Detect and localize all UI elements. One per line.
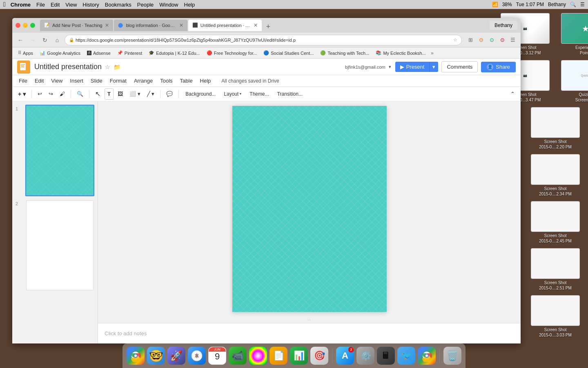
tab-close-button[interactable]: ✕	[254, 22, 258, 28]
tab-add-new-post[interactable]: 📝 Add New Post · Teaching ✕	[40, 20, 113, 31]
zoom-button[interactable]: 🔍	[74, 88, 86, 100]
chrome-menu[interactable]: ☰	[508, 36, 517, 45]
text-tool[interactable]: T	[105, 88, 114, 100]
main-slide[interactable]	[232, 106, 387, 312]
menu-icon[interactable]: ☰	[580, 2, 585, 7]
transition-button[interactable]: Transition...	[274, 88, 306, 100]
tab-close-button[interactable]: ✕	[179, 22, 183, 28]
paint-format-button[interactable]: 🖌	[57, 88, 67, 100]
email-dropdown[interactable]: ▾	[389, 64, 391, 70]
bookmark-free-tech[interactable]: 🔴 Free Technology for...	[204, 49, 260, 56]
back-button[interactable]: ←	[16, 35, 25, 45]
menu-view[interactable]: View	[48, 77, 66, 85]
desktop-icon[interactable]: ★ ExperiencePoints	[557, 13, 588, 56]
dock-item-numbers[interactable]: 📊	[290, 347, 308, 365]
present-main[interactable]: ▶ Present	[395, 62, 430, 72]
address-bar[interactable]: 🔒 https://docs.google.com/presentation/d…	[65, 35, 462, 45]
search-icon[interactable]: 🔍	[570, 2, 576, 7]
collapse-button[interactable]: ⌃	[508, 88, 517, 100]
bookmark-apps[interactable]: ⠿ Apps	[16, 49, 36, 56]
bookmarks-more[interactable]: »	[431, 50, 434, 56]
dock-item-appstore[interactable]: A 2	[336, 347, 354, 365]
bookmark-analytics[interactable]: 📊 Google Analytics	[37, 49, 83, 56]
desktop-icon[interactable]: Screen Shot2015-0....3.03 PM	[527, 295, 584, 338]
desktop-icon[interactable]: Screen Shot2015-0....2.20 PM	[527, 107, 584, 150]
dock-item-chrome2[interactable]	[418, 347, 436, 365]
dock-item-finder[interactable]: 🤓	[147, 347, 165, 365]
bookmark-social-studies[interactable]: 🔵 Social Studies Cent...	[261, 49, 316, 56]
star-icon[interactable]: ☆	[105, 64, 110, 70]
dock-item-twitter[interactable]: 🐦	[397, 347, 415, 365]
menu-edit[interactable]: Edit	[51, 2, 60, 8]
desktop-icon[interactable]: Screen Shot2015-0....2.51 PM	[527, 248, 584, 291]
menu-history[interactable]: History	[82, 2, 99, 8]
bookmark-edutopia[interactable]: 🎓 Edutopia | K-12 Edu...	[146, 49, 202, 56]
reload-button[interactable]: ↻	[40, 35, 50, 45]
menu-people[interactable]: People	[137, 2, 154, 8]
slide-thumb-container-2[interactable]	[25, 200, 94, 291]
bookmark-star[interactable]: ☆	[453, 37, 457, 43]
dock-item-facetime[interactable]: 📹	[229, 347, 247, 365]
comment-tool[interactable]: 💬	[164, 88, 175, 100]
tab-untitled-presentation[interactable]: ⬛ Untitled presentation · Go... ✕	[188, 20, 262, 31]
fullscreen-button[interactable]	[30, 23, 35, 28]
desktop-icon[interactable]: Screen Shot2015-0....2.45 PM	[527, 201, 584, 244]
desktop-icon[interactable]: Screen Shot2015-0....2.34 PM	[527, 154, 584, 197]
notes-area[interactable]: Click to add notes	[98, 323, 521, 343]
undo-button[interactable]: ↩	[35, 88, 45, 100]
menu-arrange[interactable]: Arrange	[131, 77, 156, 85]
minimize-button[interactable]	[23, 23, 28, 28]
user-profile-button[interactable]: Bethany	[490, 21, 517, 30]
dock-item-calendar[interactable]: JUN 9	[208, 347, 226, 365]
desktop-icon[interactable]: Quizizz QuizizzScreenshot	[557, 60, 588, 103]
menu-edit[interactable]: Edit	[31, 77, 47, 85]
menu-view[interactable]: View	[65, 2, 77, 8]
apple-menu[interactable]: 	[3, 1, 6, 8]
dock-item-rocket[interactable]: 🚀	[167, 347, 185, 365]
menu-help[interactable]: Help	[184, 2, 195, 8]
shape-tool[interactable]: ⬜ ▾	[127, 88, 143, 100]
select-tool[interactable]: ↖	[93, 88, 103, 100]
new-tab-button[interactable]: +	[263, 22, 274, 31]
bookmark-pinterest[interactable]: 📌 Pinterest	[115, 49, 145, 56]
add-slide-button[interactable]: + ▾	[16, 88, 28, 100]
image-tool[interactable]: 🖼	[115, 88, 125, 100]
dock-item-settings[interactable]: ⚙️	[356, 347, 374, 365]
slide-thumb-item-2[interactable]: 2	[16, 200, 94, 291]
slide-thumb-container-1[interactable]	[25, 105, 94, 196]
present-button[interactable]: ▶ Present ▾	[395, 62, 439, 72]
menu-insert[interactable]: Insert	[67, 77, 87, 85]
dock-item-photos[interactable]	[249, 347, 267, 365]
bookmark-eclectic[interactable]: 📚 My Eclectic Booksh...	[373, 49, 428, 56]
menu-tools[interactable]: Tools	[157, 77, 176, 85]
menu-help[interactable]: Help	[197, 77, 214, 85]
tab-close-button[interactable]: ✕	[105, 22, 109, 28]
dock-item-chrome[interactable]	[127, 347, 145, 365]
bookmark-icon[interactable]: ⊙	[487, 36, 496, 45]
redo-button[interactable]: ↪	[46, 88, 56, 100]
menu-format[interactable]: Format	[107, 77, 130, 85]
menu-window[interactable]: Window	[159, 2, 178, 8]
share-button[interactable]: 👤 Share	[481, 62, 516, 72]
menu-file[interactable]: File	[16, 77, 31, 85]
menu-table[interactable]: Table	[177, 77, 196, 85]
present-dropdown[interactable]: ▾	[429, 62, 438, 72]
bookmark-adsense[interactable]: 🅰 Adsense	[85, 50, 113, 56]
home-button[interactable]: ⌂	[52, 35, 62, 45]
folder-icon[interactable]: 📁	[114, 64, 120, 70]
dock-item-pages[interactable]: 📄	[270, 347, 287, 365]
dock-item-trash[interactable]: 🗑️	[443, 347, 461, 365]
layout-button[interactable]: Layout ▾	[220, 88, 245, 100]
tab-blog-info[interactable]: ⬤ blog information · Google... ✕	[114, 20, 187, 31]
menu-file[interactable]: File	[36, 2, 45, 8]
theme-button[interactable]: Theme...	[246, 88, 272, 100]
dock-item-calculator[interactable]: 🖩	[377, 347, 395, 365]
background-button[interactable]: Background...	[182, 88, 219, 100]
slide-thumb-item-1[interactable]: 1	[16, 105, 94, 196]
close-button[interactable]	[16, 23, 20, 28]
rss-icon[interactable]: ⊙	[477, 36, 486, 45]
menu-chrome[interactable]: Chrome	[11, 2, 31, 8]
comments-button[interactable]: Comments	[441, 61, 478, 72]
presentation-title[interactable]: Untitled presentation	[34, 63, 102, 71]
line-tool[interactable]: ╱ ▾	[145, 88, 157, 100]
